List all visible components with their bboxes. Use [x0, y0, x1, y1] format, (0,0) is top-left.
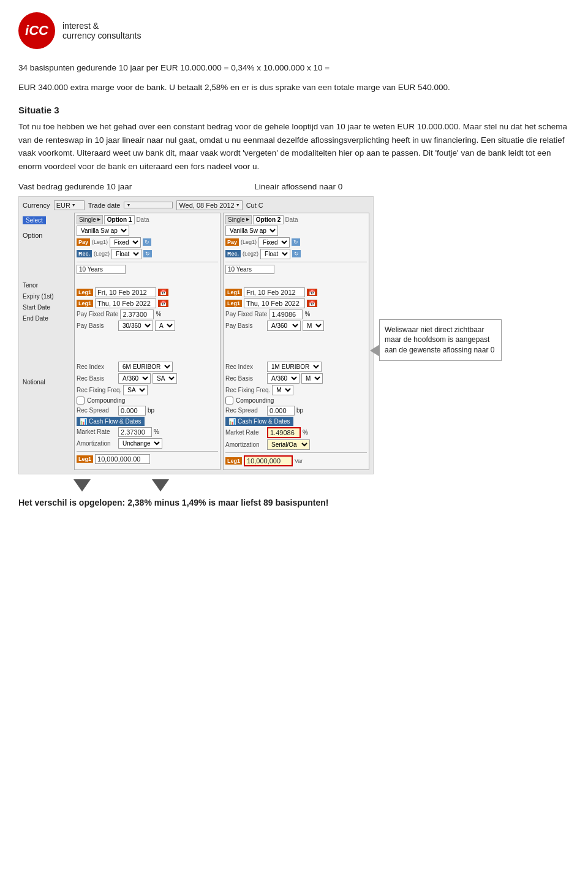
panel2-amort-label: Amortization [225, 441, 265, 448]
panel1-compounding-check[interactable] [77, 397, 85, 405]
panel1-cash-flow-btn[interactable]: 📊 Cash Flow & Dates [77, 417, 145, 426]
select-button[interactable]: Select [23, 216, 46, 224]
panel2-cf-icon: 📊 [228, 418, 236, 425]
panel1-amort-label: Amortization [77, 440, 116, 447]
panel1-rs-row: Rec Spread 0.000 bp [77, 406, 218, 416]
panel1-cf-row: 📊 Cash Flow & Dates [77, 417, 218, 426]
panel2-end-calendar[interactable]: 📅 [307, 300, 317, 307]
panel2-compounding-label: Compounding [236, 397, 274, 404]
trade-date-select[interactable] [124, 202, 173, 208]
panel2-cash-flow-btn[interactable]: 📊 Cash Flow & Dates [225, 417, 293, 426]
arrow-down-right [152, 479, 169, 492]
panel1-amort-select[interactable]: Unchange [118, 438, 162, 449]
panel2-pfr-row: Pay Fixed Rate 1.49086 % [225, 310, 367, 319]
conclusion-text: Het verschil is opgelopen: 2,38% minus 1… [18, 498, 570, 507]
panel2-vanilla-row: Vanilla Sw ap [225, 226, 367, 236]
panel1-rb-mode-select[interactable]: SA [153, 373, 177, 384]
panel1-rs-value[interactable]: 0.000 [118, 406, 146, 416]
panel2-start-calendar[interactable]: 📅 [307, 289, 317, 296]
panel1-start-value[interactable]: Fri, 10 Feb 2012 [95, 287, 156, 297]
panel1-rff-select[interactable]: SA [123, 385, 148, 395]
panel1-notional-leg: Leg1 [77, 455, 93, 463]
panel1-pb-select[interactable]: 30/360 [118, 321, 153, 331]
panel2-rb-label: Rec Basis [225, 375, 265, 382]
panel2-rff-select[interactable]: M [272, 385, 293, 395]
panel1-spacer [77, 332, 218, 357]
panel2-rec-refresh[interactable]: ↻ [292, 250, 301, 257]
section-title-situatie3: Situatie 3 [18, 105, 570, 115]
panel2-rs-value[interactable]: 0.000 [267, 406, 295, 416]
panel1-amort-row: Amortization Unchange [77, 438, 218, 449]
panel2-pay-fixed-select[interactable]: Fixed [258, 237, 290, 248]
panel2-data-label: Data [285, 216, 298, 223]
panel1-pay-label: Pay [77, 238, 90, 246]
panel1-ri-select[interactable]: 6M EURIBOR [118, 362, 173, 372]
panel2-pb-select[interactable]: A/360 [267, 321, 301, 331]
panel1-rb-select[interactable]: A/360 [118, 373, 151, 384]
panel1-rec-refresh[interactable]: ↻ [143, 250, 152, 257]
header: iCC interest & currency consultants [18, 12, 570, 49]
panel1-end-leg: Leg1 [77, 300, 93, 307]
panel1-pay-fixed-select[interactable]: Fixed [110, 237, 141, 248]
panel2-vanilla-select[interactable]: Vanilla Sw ap [225, 226, 278, 236]
panel2-notional-var: Var [295, 458, 303, 464]
panel2-pay-leg: (Leg1) [241, 239, 257, 245]
panel2-rb-select[interactable]: A/360 [267, 373, 300, 384]
panel2-pay-refresh[interactable]: ↻ [292, 238, 300, 246]
panel2-compounding-check[interactable] [225, 397, 233, 405]
panel1-ri-label: Rec Index [77, 363, 116, 370]
panel1-end-value[interactable]: Thu, 10 Feb 2022 [95, 298, 156, 308]
panel2-start-value[interactable]: Fri, 10 Feb 2012 [244, 287, 305, 297]
panel1-pb-row: Pay Basis 30/360 A [77, 321, 218, 331]
panel2-rec-float-select[interactable]: Float [260, 249, 290, 259]
panel2-end-value[interactable]: Thu, 10 Feb 2022 [244, 298, 305, 308]
panel1-pay-refresh[interactable]: ↻ [143, 238, 151, 246]
panel2-ri-select[interactable]: 1M EURIBOR [267, 362, 322, 372]
panel1-pfr-pct: % [156, 311, 161, 317]
panel2-rb-mode-select[interactable]: M [301, 373, 323, 384]
panel1-vanilla-select[interactable]: Vanilla Sw ap [77, 226, 129, 236]
panels-row: Select Option Tenor Expiry (1st) Start D… [23, 213, 369, 470]
panel1-compounding-label: Compounding [87, 397, 125, 404]
panel1-option-btn[interactable]: Option 1 [104, 215, 135, 224]
panel1-tenor-row: 10 Years [77, 265, 218, 274]
panel2-option-btn[interactable]: Option 2 [253, 215, 284, 224]
tenor-label-left: Tenor [23, 280, 72, 291]
panel1-start-row: Leg1 Fri, 10 Feb 2012 📅 [77, 287, 218, 297]
panel2-single-tag: Single [225, 215, 252, 224]
panel2-rec-section: Rec Index 1M EURIBOR Rec Basis A/360 M [225, 362, 367, 450]
panel2-notional-value[interactable]: 10,000,000 [244, 455, 293, 466]
panel1-rb-row: Rec Basis A/360 SA [77, 373, 218, 384]
panel1-end-calendar[interactable]: 📅 [158, 300, 168, 307]
callout-arrow [370, 344, 380, 357]
panel1-pb-mode-select[interactable]: A [155, 321, 175, 331]
panel2-pb-mode-select[interactable]: M [303, 321, 324, 331]
panel1-rs-label: Rec Spread [77, 407, 116, 414]
panel2-amort-select[interactable]: Serial/Oa [267, 439, 310, 450]
panel1-data-label: Data [136, 216, 149, 223]
cut-label: Cut C [246, 202, 263, 209]
date-value[interactable]: Wed, 08 Feb 2012 [176, 200, 242, 210]
panel2-cf-row: 📊 Cash Flow & Dates [225, 417, 367, 426]
end-date-label-left: End Date [23, 313, 72, 324]
panel1-single-tag: Single [77, 215, 103, 224]
panel1-start-calendar[interactable]: 📅 [158, 289, 168, 296]
panel2-pfr-value[interactable]: 1.49086 [269, 310, 303, 319]
expiry-label-left: Expiry (1st) [23, 291, 72, 302]
logo-subtitle: interest & currency consultants [62, 21, 141, 40]
panel1-mr-row: Market Rate 2.37300 % [77, 427, 218, 437]
panel1-pfr-value[interactable]: 2.37300 [120, 310, 154, 319]
panel1-notional-value[interactable]: 10,000,000.00 [95, 454, 150, 464]
panel1-cf-label: Cash Flow & Dates [89, 418, 141, 425]
panel2-rff-label: Rec Fixing Freq. [225, 387, 270, 393]
panel2-pay-row: Pay (Leg1) Fixed ↻ [225, 237, 367, 248]
panel2-mr-value[interactable]: 1.49086 [267, 427, 301, 438]
panel2-pb-row: Pay Basis A/360 M [225, 321, 367, 331]
panel1-rec-float-select[interactable]: Float [111, 249, 141, 259]
panel1-rff-row: Rec Fixing Freq. SA [77, 385, 218, 395]
panel1-ri-row: Rec Index 6M EURIBOR [77, 362, 218, 372]
panel2-rs-label: Rec Spread [225, 407, 265, 414]
currency-select[interactable]: EUR [54, 200, 85, 210]
panel1-pfr-label: Pay Fixed Rate [77, 311, 118, 317]
panel1-mr-value[interactable]: 2.37300 [118, 427, 152, 437]
